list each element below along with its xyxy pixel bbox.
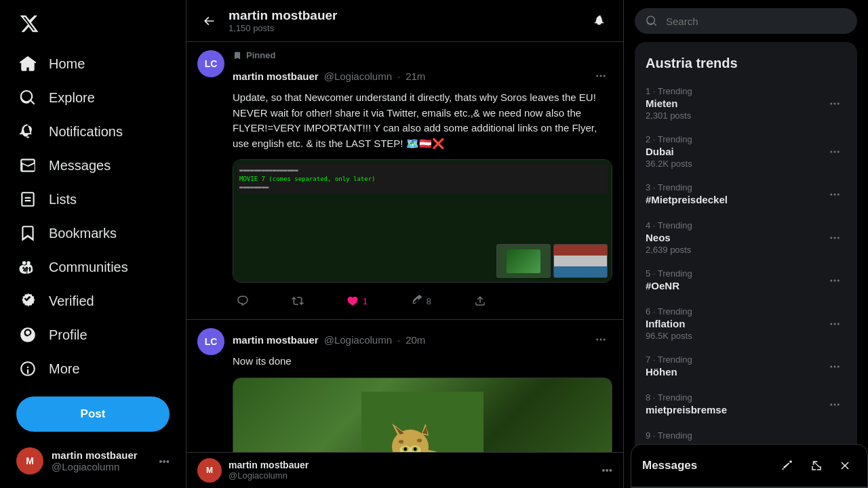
- sidebar-item-lists-label: Lists: [49, 192, 77, 207]
- trend-more-button[interactable]: [823, 226, 846, 249]
- trend-info: 3 · Trending #Mietpreisdeckel: [646, 182, 823, 207]
- right-sidebar: Austria trends 1 · Trending Mieten 2,301…: [624, 0, 868, 488]
- trend-info: 6 · Trending Inflation 96.5K posts: [646, 306, 823, 341]
- trend-more-button[interactable]: [823, 92, 846, 115]
- like-button[interactable]: 1: [342, 291, 372, 311]
- trend-count: 96.5K posts: [646, 331, 823, 341]
- messages-compose-button[interactable]: [776, 454, 800, 477]
- trend-more-button[interactable]: [823, 269, 846, 292]
- sidebar-item-lists[interactable]: Lists: [8, 182, 178, 216]
- tweet-author-handle: @Logiacolumn: [324, 70, 392, 82]
- post-button[interactable]: Post: [16, 396, 170, 432]
- trend-meta: 5 · Trending: [646, 268, 823, 279]
- trend-name: Inflation: [646, 318, 823, 329]
- tweet2-author-handle: @Logiacolumn: [324, 334, 392, 346]
- trend-meta: 7 · Trending: [646, 354, 823, 365]
- sidebar-user[interactable]: M martin mostbauer @Logiacolumn •••: [8, 439, 178, 483]
- sidebar-item-more[interactable]: More: [8, 352, 178, 386]
- views-button[interactable]: 8: [406, 291, 435, 311]
- sidebar-item-notifications[interactable]: Notifications: [8, 115, 178, 148]
- tweet-author-avatar[interactable]: LC: [197, 50, 224, 77]
- tweet2-header: martin mostbauer @Logiacolumn · 20m: [233, 328, 612, 351]
- tweet2-author-name[interactable]: martin mostbauer: [233, 334, 319, 346]
- communities-icon: [19, 258, 37, 276]
- trend-meta: 2 · Trending: [646, 134, 823, 144]
- user-more-icon: •••: [159, 455, 170, 467]
- tweet-time: 21m: [406, 70, 425, 82]
- home-icon: [19, 55, 37, 73]
- trend-more-button[interactable]: [823, 140, 846, 163]
- tweet-author-name[interactable]: martin mostbauer: [233, 70, 319, 82]
- tweet-image-1[interactable]: ▬▬▬▬▬▬▬▬▬▬▬▬▬▬▬▬ MOVIE 7 (comes separate…: [233, 159, 612, 283]
- sidebar-item-profile[interactable]: Profile: [8, 318, 178, 352]
- tweet-more-button[interactable]: [589, 64, 612, 87]
- sidebar-item-communities[interactable]: Communities: [8, 250, 178, 284]
- trend-more-button[interactable]: [823, 393, 846, 416]
- trend-item[interactable]: 7 · Trending Höhen: [635, 348, 857, 386]
- back-button[interactable]: [197, 9, 220, 33]
- trend-name: #Mietpreisdeckel: [646, 194, 823, 205]
- messages-close-button[interactable]: [833, 454, 856, 477]
- svg-point-17: [414, 447, 417, 450]
- sidebar-item-explore-label: Explore: [49, 90, 95, 106]
- svg-point-24: [399, 440, 403, 443]
- trend-more-button[interactable]: [823, 312, 846, 336]
- trend-count: 2,639 posts: [646, 245, 823, 255]
- mail-icon: [19, 157, 37, 174]
- search-input[interactable]: [666, 16, 846, 27]
- trend-more-button[interactable]: [823, 183, 846, 206]
- tweet-text: Update, so that Newcomer understand it d…: [233, 90, 612, 151]
- trend-count: 36.2K posts: [646, 159, 823, 169]
- trend-item[interactable]: 8 · Trending mietpreisbremse: [635, 386, 857, 424]
- avatar: M: [16, 447, 43, 474]
- tweet-avatar-area: LC: [197, 50, 224, 311]
- bottom-more-button[interactable]: •••: [601, 465, 612, 476]
- trend-more-button[interactable]: [823, 355, 846, 378]
- trend-info: 5 · Trending #OeNR: [646, 268, 823, 293]
- trend-meta: 4 · Trending: [646, 220, 823, 230]
- x-logo[interactable]: [8, 5, 178, 44]
- tweet2-author-avatar[interactable]: LC: [197, 328, 224, 355]
- trend-item[interactable]: 6 · Trending Inflation 96.5K posts: [635, 300, 857, 348]
- bottom-avatar[interactable]: M: [197, 458, 222, 483]
- messages-expand-button[interactable]: [805, 454, 828, 477]
- trend-meta: 6 · Trending: [646, 306, 823, 317]
- trend-item[interactable]: 1 · Trending Mieten 2,301 posts: [635, 79, 857, 127]
- reply-button[interactable]: [233, 291, 253, 311]
- sidebar-item-bookmarks[interactable]: Bookmarks: [8, 216, 178, 250]
- trend-info: 1 · Trending Mieten 2,301 posts: [646, 86, 823, 121]
- share-button[interactable]: [470, 291, 490, 311]
- search-bar: [635, 0, 857, 42]
- user-display-name: martin mostbauer: [52, 449, 151, 461]
- like-count: 1: [363, 296, 368, 306]
- trend-name: Mieten: [646, 98, 823, 109]
- main-nav: Home Explore Notifications Messages List…: [8, 47, 178, 386]
- trend-name: Höhen: [646, 366, 823, 378]
- sidebar-item-verified-label: Verified: [49, 293, 94, 309]
- trend-item[interactable]: 2 · Trending Dubai 36.2K posts: [635, 127, 857, 176]
- tweet2-more-button[interactable]: [589, 328, 612, 351]
- notification-bell-button[interactable]: [589, 9, 612, 33]
- pinned-label: Pinned: [233, 50, 612, 60]
- trend-meta: 8 · Trending: [646, 392, 823, 403]
- sidebar-item-messages[interactable]: Messages: [8, 148, 178, 182]
- tweet2-text: Now its done: [233, 354, 612, 369]
- trend-name: mietpreisbremse: [646, 404, 823, 415]
- tweet-1: LC Pinned martin mostbauer @Logiacolumn …: [186, 42, 623, 320]
- search-input-wrap[interactable]: [635, 8, 857, 34]
- sidebar-item-explore[interactable]: Explore: [8, 81, 178, 115]
- trend-item[interactable]: 5 · Trending #OeNR: [635, 262, 857, 300]
- tweet2-time: 20m: [406, 334, 425, 346]
- verified-icon: [19, 292, 37, 310]
- bottom-user-info: martin mostbauer @Logiacolumn: [229, 460, 309, 481]
- sidebar-item-home[interactable]: Home: [8, 47, 178, 81]
- sidebar-item-home-label: Home: [49, 56, 85, 72]
- trend-item[interactable]: 3 · Trending #Mietpreisdeckel: [635, 176, 857, 214]
- trend-item[interactable]: 4 · Trending Neos 2,639 posts: [635, 214, 857, 262]
- retweet-button[interactable]: [288, 291, 308, 311]
- left-sidebar: Home Explore Notifications Messages List…: [0, 0, 186, 488]
- messages-actions: [776, 454, 856, 477]
- sidebar-item-verified[interactable]: Verified: [8, 284, 178, 318]
- trend-info: 2 · Trending Dubai 36.2K posts: [646, 134, 823, 169]
- trend-info: 7 · Trending Höhen: [646, 354, 823, 379]
